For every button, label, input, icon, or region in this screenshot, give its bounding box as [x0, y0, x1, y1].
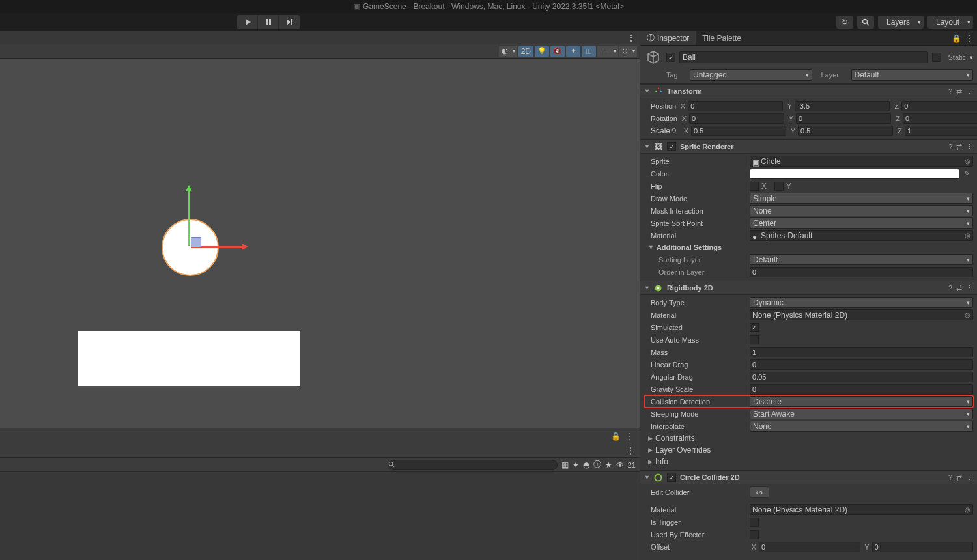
constraints-fold[interactable]: ▶Constraints [644, 432, 973, 444]
object-picker-icon[interactable]: ◎ [965, 232, 970, 239]
camera-options-dropdown[interactable]: 🎥 [597, 46, 618, 57]
object-picker-icon[interactable]: ◎ [965, 311, 970, 318]
color-field[interactable] [750, 169, 959, 179]
offset-x-input[interactable] [759, 542, 860, 552]
info-fold[interactable]: ▶Info [644, 456, 973, 468]
tag-dropdown[interactable]: Untagged [690, 69, 812, 81]
console-search-input[interactable] [388, 460, 558, 470]
step-button[interactable] [279, 15, 300, 29]
gravscale-input[interactable] [750, 384, 973, 395]
audio-toggle-button[interactable]: 🔇 [550, 46, 565, 57]
console-body[interactable] [0, 472, 640, 560]
shading-mode-dropdown[interactable]: ◐ [499, 46, 517, 57]
scale-y-input[interactable] [798, 126, 893, 136]
order-input[interactable] [750, 267, 973, 277]
edit-collider-button[interactable]: ᔕ [750, 486, 769, 498]
circle-collider-header[interactable]: ▼ ✓ Circle Collider 2D ?⇄⋮ [640, 470, 977, 484]
rotation-y-input[interactable] [796, 113, 891, 124]
sprite-field[interactable]: ▣Circle◎ [750, 156, 973, 167]
menu-icon[interactable]: ⋮ [966, 87, 973, 96]
rotation-x-input[interactable] [689, 113, 784, 124]
transform-header[interactable]: ▼ Transform ?⇄⋮ [640, 84, 977, 98]
usedby-checkbox[interactable] [750, 530, 759, 539]
fold-icon[interactable]: ▼ [644, 88, 650, 94]
additional-settings-fold[interactable]: ▼Additional Settings [644, 242, 973, 253]
eyedropper-icon[interactable]: ✎ [964, 169, 973, 178]
bodytype-dropdown[interactable]: Dynamic [750, 297, 973, 308]
fold-icon[interactable]: ▼ [644, 143, 650, 150]
rb-material-field[interactable]: None (Physics Material 2D)◎ [750, 309, 973, 320]
scale-x-input[interactable] [691, 126, 786, 136]
layer-dropdown[interactable]: Default [851, 69, 974, 81]
menu-icon[interactable]: ⋮ [966, 143, 973, 151]
console-icon-1[interactable]: ▦ [561, 460, 569, 469]
scene-view[interactable] [0, 59, 640, 428]
rigidbody-header[interactable]: ▼ Rigidbody 2D ?⇄⋮ [640, 281, 977, 295]
colldet-dropdown[interactable]: Discrete [750, 396, 973, 407]
scene-tab-menu-icon[interactable]: ⋮ [627, 33, 636, 43]
angulardrag-input[interactable] [750, 372, 973, 382]
tab-menu-icon[interactable]: ⋮ [965, 34, 973, 43]
flip-y-checkbox[interactable] [774, 182, 784, 191]
pause-button[interactable] [258, 15, 279, 29]
lineardrag-input[interactable] [750, 359, 973, 370]
rotation-z-input[interactable] [903, 113, 977, 124]
sr-material-field[interactable]: ●Sprites-Default◎ [750, 230, 973, 241]
cube-icon[interactable] [644, 48, 662, 66]
sleep-dropdown[interactable]: Start Awake [750, 408, 973, 419]
menu-icon[interactable]: ⋮ [966, 284, 973, 292]
sorting-layer-dropdown[interactable]: Default [750, 254, 973, 265]
help-icon[interactable]: ? [948, 473, 952, 482]
move-gizmo-y-axis[interactable] [188, 190, 190, 246]
preset-icon[interactable]: ⇄ [956, 143, 962, 151]
play-button[interactable] [237, 15, 258, 29]
help-icon[interactable]: ? [948, 87, 952, 96]
circle-collider-enabled-checkbox[interactable]: ✓ [667, 473, 676, 482]
layers-dropdown[interactable]: Layers [878, 16, 924, 29]
mass-input[interactable] [750, 347, 973, 357]
search-button[interactable] [857, 16, 874, 29]
tab-inspector[interactable]: ⓘ Inspector [640, 31, 696, 45]
mask-dropdown[interactable]: None [750, 205, 973, 216]
preset-icon[interactable]: ⇄ [956, 473, 962, 482]
sortpoint-dropdown[interactable]: Center [750, 217, 973, 229]
tab-tile-palette[interactable]: Tile Palette [696, 31, 748, 45]
static-dropdown-icon[interactable]: ▾ [970, 54, 973, 61]
interp-dropdown[interactable]: None [750, 421, 973, 432]
object-picker-icon[interactable]: ◎ [965, 506, 970, 513]
console-icon-3[interactable]: ◓ [583, 460, 589, 469]
eye-icon[interactable]: 👁 [616, 460, 624, 469]
menu-icon[interactable]: ⋮ [966, 473, 973, 482]
fold-icon[interactable]: ▼ [644, 285, 650, 291]
link-icon[interactable]: ⟲ [670, 126, 679, 135]
gizmos-dropdown[interactable]: ⊕ [619, 46, 637, 57]
preset-icon[interactable]: ⇄ [956, 284, 962, 292]
gameobject-name-input[interactable] [679, 51, 928, 63]
position-z-input[interactable] [901, 101, 977, 111]
layout-dropdown[interactable]: Layout [927, 16, 973, 29]
preset-icon[interactable]: ⇄ [956, 87, 962, 96]
gameobject-active-checkbox[interactable]: ✓ [666, 53, 675, 62]
sprite-renderer-header[interactable]: ▼ 🖼 ✓ Sprite Renderer ?⇄⋮ [640, 139, 977, 154]
hidden-toggle-button[interactable]: 👁̸ [582, 46, 596, 57]
object-picker-icon[interactable]: ◎ [965, 158, 970, 165]
layer-overrides-fold[interactable]: ▶Layer Overrides [644, 444, 973, 456]
useautomass-checkbox[interactable] [750, 335, 759, 344]
scale-z-input[interactable] [905, 126, 977, 136]
paddle-gameobject[interactable] [78, 331, 300, 386]
console-icon-5[interactable]: ★ [605, 460, 612, 469]
menu-icon[interactable]: ⋮ [624, 430, 636, 442]
2d-toggle-button[interactable]: 2D [518, 46, 533, 57]
cc-material-field[interactable]: None (Physics Material 2D)◎ [750, 504, 973, 515]
undo-history-button[interactable]: ↻ [836, 16, 853, 29]
istrigger-checkbox[interactable] [750, 518, 759, 527]
flip-x-checkbox[interactable] [750, 182, 759, 191]
help-icon[interactable]: ? [948, 143, 952, 151]
offset-y-input[interactable] [872, 542, 974, 552]
panel-menu-icon[interactable]: ⋮ [627, 446, 634, 455]
console-icon-2[interactable]: ✦ [573, 460, 579, 469]
lock-icon[interactable]: 🔒 [952, 34, 961, 43]
lock-icon[interactable]: 🔒 [610, 430, 621, 442]
console-icon-4[interactable]: ⓘ [593, 459, 601, 470]
fold-icon[interactable]: ▼ [644, 474, 650, 481]
